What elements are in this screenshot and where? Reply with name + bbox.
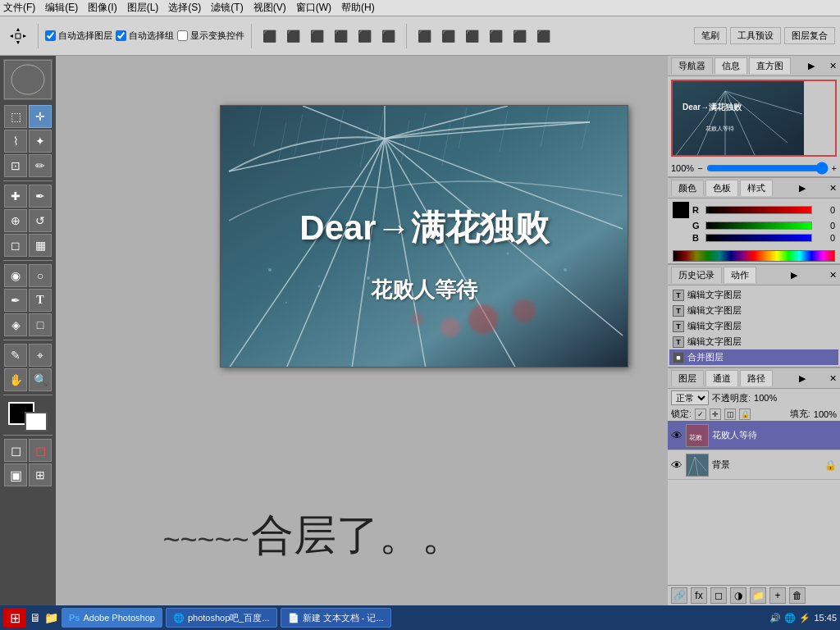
history-options-btn[interactable]: ▶ [791, 270, 797, 281]
tool-preset-btn[interactable]: 工具预设 [730, 27, 781, 44]
heal-tool[interactable]: ✚ [4, 185, 27, 208]
menu-edit[interactable]: 编辑(E) [45, 1, 78, 15]
color-spectrum[interactable] [673, 250, 835, 262]
taskbar-icon-2[interactable]: 📁 [44, 611, 58, 624]
tab-channels[interactable]: 通道 [705, 370, 738, 386]
blend-mode-select[interactable]: 正常 [671, 390, 709, 405]
taskbar-icon-network[interactable]: 🌐 [784, 613, 796, 623]
history-item-4[interactable]: ■ 合并图层 [669, 349, 838, 365]
layer-vis-1[interactable]: 👁 [671, 459, 682, 472]
zoom-tool[interactable]: 🔍 [29, 368, 52, 391]
tab-styles[interactable]: 样式 [740, 180, 773, 196]
brush-tool[interactable]: ✒ [29, 185, 52, 208]
align-center-btn[interactable]: ⬛ [354, 27, 376, 45]
tab-actions[interactable]: 动作 [724, 267, 756, 283]
history-brush-tool[interactable]: ↺ [29, 209, 52, 232]
move-tool[interactable]: ✛ [29, 105, 52, 128]
layer-link-btn[interactable]: 🔗 [671, 587, 687, 604]
screen-mode-btn[interactable]: ▣ [4, 463, 27, 486]
history-item-3[interactable]: T 编辑文字图层 [669, 334, 838, 349]
document-canvas[interactable]: Dear→满花独败 花败人等待 [220, 105, 628, 368]
taskbar-browser-btn[interactable]: 🌐 photoshop吧_百度... [166, 608, 277, 628]
notes-tool[interactable]: ✎ [4, 344, 27, 367]
history-item-2[interactable]: T 编辑文字图层 [669, 318, 838, 334]
tab-navigator[interactable]: 导航器 [671, 57, 713, 74]
align-bottom-btn[interactable]: ⬛ [306, 27, 328, 45]
taskbar-icon-battery[interactable]: ⚡ [799, 613, 810, 623]
tab-info[interactable]: 信息 [714, 57, 747, 74]
selection-tool[interactable]: ⬚ [4, 105, 27, 128]
dodge-tool[interactable]: ○ [29, 264, 52, 287]
layers-options-btn[interactable]: ▶ [799, 373, 806, 384]
tab-swatches[interactable]: 色板 [705, 180, 738, 196]
layers-close-btn[interactable]: ✕ [829, 373, 837, 384]
layer-folder-btn[interactable]: 📁 [750, 587, 766, 604]
distrib-btn6[interactable]: ⬛ [532, 27, 555, 45]
extra-btn[interactable]: ⊞ [29, 463, 52, 486]
layer-item-0[interactable]: 👁 花败 花败人等待 [668, 421, 840, 450]
crop-tool[interactable]: ⊡ [4, 154, 27, 177]
pen-tool[interactable]: ✒ [4, 289, 27, 312]
color-fg-swatch[interactable] [673, 202, 689, 218]
gradient-tool[interactable]: ▦ [29, 234, 52, 257]
menu-window[interactable]: 窗口(W) [296, 1, 331, 15]
start-button[interactable]: ⊞ [3, 608, 26, 628]
menu-file[interactable]: 文件(F) [3, 1, 35, 15]
taskbar-notepad-btn[interactable]: 📄 新建 文本文档 - 记... [281, 608, 391, 628]
distrib-btn5[interactable]: ⬛ [509, 27, 531, 45]
menu-filter[interactable]: 滤镜(T) [211, 1, 243, 15]
taskbar-icon-sound[interactable]: 🔊 [769, 613, 781, 623]
nav-zoom-out-btn[interactable]: − [697, 163, 702, 173]
tab-color[interactable]: 颜色 [671, 180, 704, 196]
eyedropper-tool[interactable]: ✏ [29, 154, 52, 177]
distrib-btn3[interactable]: ⬛ [461, 27, 483, 45]
text-tool[interactable]: T [29, 289, 52, 312]
hand-tool[interactable]: ✋ [4, 368, 27, 391]
layer-mask-btn[interactable]: ◻ [710, 587, 727, 604]
lock-all-btn[interactable]: 🔒 [739, 409, 751, 420]
shape-tool[interactable]: □ [29, 313, 52, 336]
distrib-btn2[interactable]: ⬛ [437, 27, 459, 45]
align-left-btn[interactable]: ⬛ [330, 27, 352, 45]
menu-layer[interactable]: 图层(L) [127, 1, 159, 15]
layer-comp-btn[interactable]: 图层复合 [784, 27, 835, 44]
lasso-tool[interactable]: ⌇ [4, 130, 27, 153]
history-item-1[interactable]: T 编辑文字图层 [669, 303, 838, 318]
layer-adj-btn[interactable]: ◑ [730, 587, 746, 604]
clone-tool[interactable]: ⊕ [4, 209, 27, 232]
blur-tool[interactable]: ◉ [4, 264, 27, 287]
eraser-tool[interactable]: ◻ [4, 234, 27, 257]
quick-mask-mode[interactable]: ◻ [29, 439, 52, 462]
tab-paths[interactable]: 路径 [740, 370, 773, 386]
layer-vis-0[interactable]: 👁 [671, 429, 682, 442]
measure-tool[interactable]: ⌖ [29, 344, 52, 367]
lock-move-btn[interactable]: ✛ [710, 409, 721, 420]
nav-zoom-in-btn[interactable]: + [832, 163, 837, 173]
b-slider[interactable] [705, 234, 812, 242]
brush-preset-btn[interactable]: 笔刷 [694, 27, 727, 44]
standard-mode[interactable]: ◻ [4, 439, 27, 462]
align-middle-btn[interactable]: ⬛ [282, 27, 304, 45]
color-options-btn[interactable]: ▶ [799, 183, 806, 194]
tab-layers[interactable]: 图层 [671, 370, 704, 386]
menu-view[interactable]: 视图(V) [253, 1, 286, 15]
magic-wand-tool[interactable]: ✦ [29, 130, 52, 153]
background-color[interactable] [25, 412, 48, 431]
layer-fx-btn[interactable]: fx [691, 587, 707, 604]
history-close-btn[interactable]: ✕ [829, 270, 837, 281]
show-transform-check[interactable]: 显示变换控件 [177, 30, 244, 42]
auto-select-layer-check[interactable]: 自动选择图层 [45, 30, 112, 42]
align-top-btn[interactable]: ⬛ [258, 27, 281, 45]
distrib-btn4[interactable]: ⬛ [485, 27, 507, 45]
layer-new-btn[interactable]: + [769, 587, 786, 604]
auto-select-group-check[interactable]: 自动选择组 [116, 30, 174, 42]
taskbar-icon-1[interactable]: 🖥 [30, 611, 41, 624]
nav-zoom-slider[interactable] [706, 162, 829, 175]
taskbar-photoshop-btn[interactable]: Ps Adobe Photoshop [62, 608, 162, 628]
lock-check-btn[interactable]: ✓ [695, 409, 706, 420]
navigator-close-btn[interactable]: ✕ [829, 61, 837, 71]
layer-delete-btn[interactable]: 🗑 [789, 587, 806, 604]
history-item-0[interactable]: T 编辑文字图层 [669, 287, 838, 303]
menu-help[interactable]: 帮助(H) [341, 1, 375, 15]
menu-image[interactable]: 图像(I) [88, 1, 116, 15]
